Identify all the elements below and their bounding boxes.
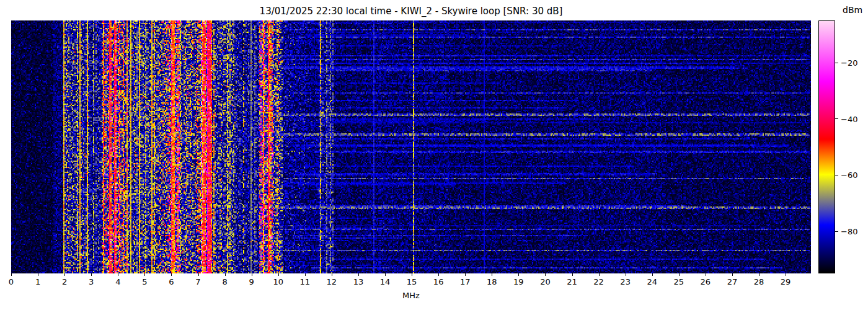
x-tick-mark	[171, 273, 172, 276]
x-tick-label: 28	[754, 277, 764, 286]
x-tick-label: 12	[327, 277, 337, 286]
x-tick-mark	[599, 273, 600, 276]
x-tick-mark	[706, 273, 706, 276]
x-tick-mark	[252, 273, 252, 276]
x-tick-label: 21	[567, 277, 577, 286]
colorbar-tick-mark	[835, 118, 838, 119]
x-tick-label: 27	[727, 277, 738, 286]
x-tick-mark	[732, 273, 733, 276]
x-tick-mark	[786, 273, 786, 276]
colorbar-tick-label: −40	[841, 114, 857, 123]
x-tick-mark	[759, 273, 760, 276]
x-tick-mark	[385, 273, 386, 276]
x-tick-label: 10	[273, 277, 283, 286]
x-tick-mark	[305, 273, 306, 276]
x-tick-label: 1	[35, 277, 40, 286]
spectrogram-figure: 13/01/2025 22:30 local time - KIWI_2 - S…	[0, 0, 868, 310]
x-tick-label: 29	[781, 277, 791, 286]
x-tick-label: 8	[222, 277, 227, 286]
x-tick-mark	[465, 273, 466, 276]
x-tick-label: 15	[407, 277, 417, 286]
x-tick-label: 7	[195, 277, 200, 286]
x-tick-label: 2	[62, 277, 67, 286]
colorbar-tick-label: −80	[841, 227, 857, 236]
x-tick-label: 25	[674, 277, 684, 286]
x-tick-label: 0	[9, 277, 14, 286]
colorbar-gradient	[818, 20, 835, 273]
x-tick-mark	[626, 273, 626, 276]
x-tick-label: 6	[169, 277, 174, 286]
x-tick-label: 11	[300, 277, 311, 286]
colorbar-tick-mark	[835, 231, 838, 232]
x-tick-label: 9	[249, 277, 254, 286]
x-tick-label: 14	[380, 277, 391, 286]
x-tick-mark	[91, 273, 92, 276]
x-tick-mark	[11, 273, 12, 276]
spectrogram-canvas	[11, 20, 811, 273]
x-tick-mark	[679, 273, 680, 276]
colorbar-tick-mark	[835, 175, 838, 175]
x-tick-mark	[545, 273, 546, 276]
colorbar-tick-label: −60	[841, 170, 857, 180]
x-tick-label: 17	[460, 277, 471, 286]
x-tick-mark	[652, 273, 653, 276]
x-tick-mark	[198, 273, 199, 276]
x-tick-label: 20	[540, 277, 551, 286]
x-tick-label: 3	[89, 277, 94, 286]
x-tick-mark	[358, 273, 359, 276]
x-tick-mark	[332, 273, 332, 276]
colorbar-tick-mark	[835, 63, 838, 63]
x-tick-label: 24	[647, 277, 657, 286]
x-tick-label: 16	[433, 277, 444, 286]
colorbar-tick-label: −20	[841, 58, 857, 68]
plot-title: 13/01/2025 22:30 local time - KIWI_2 - S…	[11, 6, 811, 17]
x-tick-mark	[492, 273, 492, 276]
colorbar-unit-label: dBm	[843, 5, 862, 15]
x-tick-label: 4	[115, 277, 120, 286]
x-tick-mark	[412, 273, 412, 276]
x-tick-mark	[278, 273, 279, 276]
x-tick-mark	[144, 273, 145, 276]
x-tick-mark	[572, 273, 573, 276]
x-tick-mark	[118, 273, 118, 276]
x-axis-label: MHz	[402, 291, 420, 300]
x-tick-label: 5	[142, 277, 147, 286]
x-tick-mark	[64, 273, 65, 276]
x-tick-label: 13	[353, 277, 364, 286]
x-tick-mark	[225, 273, 226, 276]
x-tick-label: 19	[513, 277, 524, 286]
x-tick-mark	[518, 273, 519, 276]
x-tick-mark	[438, 273, 439, 276]
x-tick-label: 23	[620, 277, 631, 286]
x-tick-label: 26	[701, 277, 711, 286]
x-tick-label: 22	[593, 277, 604, 286]
x-tick-label: 18	[487, 277, 497, 286]
x-tick-mark	[38, 273, 38, 276]
